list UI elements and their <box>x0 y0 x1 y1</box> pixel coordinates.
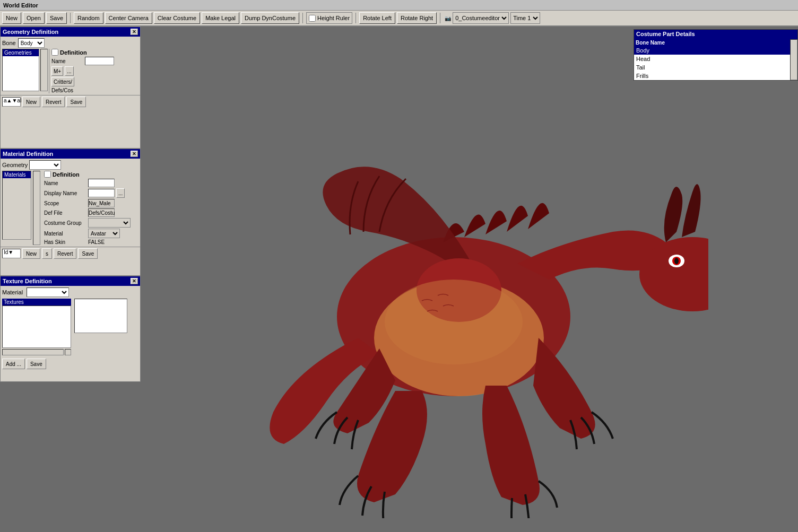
bone-label: Bone <box>2 40 16 46</box>
tex-material-select[interactable] <box>27 287 69 297</box>
time-select[interactable]: Time 1 <box>510 12 540 24</box>
geom-main-row: Geometries Definition Name M+ <box>2 49 138 93</box>
mat-scope-label: Scope <box>44 200 86 206</box>
def-checkbox[interactable] <box>51 49 58 56</box>
geom-list-scrollbar[interactable] <box>40 49 48 91</box>
save-button[interactable]: Save <box>46 12 67 24</box>
geom-new-button[interactable]: New <box>22 97 40 107</box>
geom-revert-button[interactable]: Revert <box>42 97 65 107</box>
textures-list[interactable] <box>2 306 71 348</box>
mat-hasskin-row: Has Skin FALSE <box>44 239 138 245</box>
mplus-button[interactable]: M+ <box>51 66 63 76</box>
geom-definition-area: Definition Name M+ ... Critters/ <box>49 49 138 93</box>
tex-material-row: Material <box>2 287 138 297</box>
critters-row: Critters/ <box>51 77 138 86</box>
rotate-right-button[interactable]: Rotate Right <box>397 12 437 24</box>
mat-def-title: Definition <box>44 171 138 178</box>
tex-add-button[interactable]: Add ... <box>2 359 25 369</box>
bone-list-item[interactable]: Tail <box>634 63 790 72</box>
title-bar: World Editor <box>0 0 798 11</box>
costume-details-title: Costume Part Details <box>634 30 797 39</box>
material-panel: Material Definition ✕ Geometry Materials <box>0 149 141 276</box>
definition-label: Definition <box>60 49 87 56</box>
separator-2 <box>302 13 303 23</box>
bone-list-container: Bone Name BodyHeadTailFrills <box>634 39 790 80</box>
geometry-select[interactable] <box>29 160 61 170</box>
bone-list-item[interactable]: Head <box>634 55 790 63</box>
make-legal-button[interactable]: Make Legal <box>202 12 239 24</box>
dragon-container <box>141 27 798 532</box>
texture-panel-title: Texture Definition <box>3 278 52 284</box>
random-button[interactable]: Random <box>74 12 103 24</box>
critters-button[interactable]: Critters/ <box>51 77 74 86</box>
bone-list-item[interactable]: Body <box>634 46 790 55</box>
toolbar: New Open Save Random Center Camera Clear… <box>0 11 798 27</box>
geometry-panel-close[interactable]: ✕ <box>131 29 138 35</box>
materials-list-title: Materials <box>3 171 31 178</box>
height-ruler-label: Height Ruler <box>317 15 350 21</box>
material-panel-close[interactable]: ✕ <box>131 151 138 157</box>
mat-save-button[interactable]: Save <box>78 248 98 259</box>
mat-costumegroup-select[interactable] <box>88 218 131 228</box>
svg-point-7 <box>385 280 523 364</box>
bone-name-header: Bone Name <box>634 39 790 46</box>
mat-definition-label: Definition <box>53 171 80 178</box>
separator-1 <box>70 13 71 23</box>
geometries-list[interactable]: Geometries <box>2 49 39 91</box>
texture-panel-close[interactable]: ✕ <box>131 278 138 284</box>
mat-name-label: Name <box>44 180 86 186</box>
separator-4 <box>440 13 440 23</box>
mat-def-checkbox[interactable] <box>44 171 51 178</box>
mat-displayname-row: Display Name ... <box>44 188 138 198</box>
viewport <box>141 27 798 532</box>
mat-name-row: Name <box>44 179 138 187</box>
mat-list-scrollbar[interactable] <box>33 171 40 245</box>
mat-name-input[interactable] <box>88 179 115 187</box>
mat-material-select[interactable]: Avatar <box>88 229 120 238</box>
dump-dyncostume-button[interactable]: Dump DynCostume <box>241 12 299 24</box>
texture-panel-footer: Add ... Save <box>2 359 138 369</box>
mat-hasskin-label: Has Skin <box>44 239 86 245</box>
mat-main-row: Materials Definition Name Disp <box>2 171 138 245</box>
mat-deffile-value: Defs/Costu <box>88 208 115 217</box>
mat-s-button[interactable]: s <box>42 248 52 259</box>
open-button[interactable]: Open <box>23 12 45 24</box>
tex-save-button[interactable]: Save <box>27 359 46 369</box>
mat-displayname-input[interactable] <box>88 189 115 197</box>
bone-row: Bone Body <box>2 38 138 48</box>
def-title: Definition <box>51 49 138 56</box>
bone-list-item[interactable]: Frills <box>634 72 790 80</box>
name-input[interactable] <box>85 57 114 65</box>
mat-costumegroup-label: Costume Group <box>44 220 86 226</box>
tex-main-row: Textures <box>2 299 138 355</box>
geometry-panel-title-bar: Geometry Definition ✕ <box>1 27 140 37</box>
tex-left-area: Textures <box>2 299 71 355</box>
geom-save-button[interactable]: Save <box>66 97 86 107</box>
costume-editor-select[interactable]: 0_Costumeeditor <box>453 12 509 24</box>
right-panel: Costume Part Details Bone Name BodyHeadT… <box>634 29 798 81</box>
materials-list[interactable]: Materials <box>2 171 31 240</box>
rotate-left-button[interactable]: Rotate Left <box>359 12 395 24</box>
center-camera-button[interactable]: Center Camera <box>105 12 152 24</box>
dots-button[interactable]: ... <box>65 66 73 76</box>
new-button[interactable]: New <box>2 12 21 24</box>
mat-revert-button[interactable]: Revert <box>54 248 76 259</box>
clear-costume-button[interactable]: Clear Costume <box>154 12 200 24</box>
costume-scrollbar[interactable] <box>790 39 797 80</box>
tex-material-label: Material <box>2 289 23 295</box>
svg-point-5 <box>674 258 679 264</box>
height-ruler-checkbox[interactable] <box>309 15 316 22</box>
name-label: Name <box>51 58 83 64</box>
mat-new-button[interactable]: New <box>22 248 40 259</box>
geometry-panel-title: Geometry Definition <box>3 29 58 35</box>
material-panel-content: Geometry Materials Definition <box>1 159 140 247</box>
defs-cos-row: Defs/Cos <box>51 88 138 93</box>
app-title: World Editor <box>3 2 38 8</box>
material-panel-title-bar: Material Definition ✕ <box>1 149 140 159</box>
tex-hscrollbar[interactable] <box>2 349 64 355</box>
name-row: Name <box>51 57 138 65</box>
mat-displayname-btn[interactable]: ... <box>116 188 125 198</box>
separator-3 <box>355 13 356 23</box>
bone-select[interactable]: Body <box>18 38 45 48</box>
mat-top-row: Geometry <box>2 160 138 170</box>
